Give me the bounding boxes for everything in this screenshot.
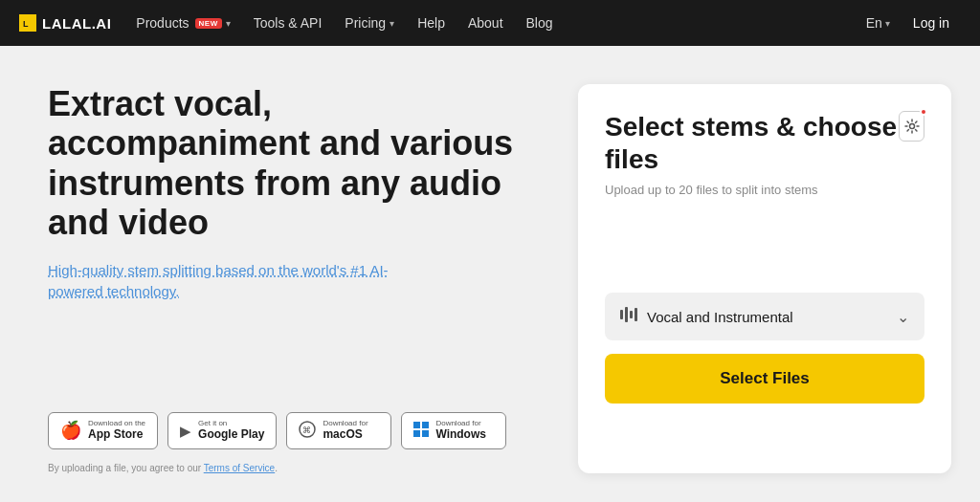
logo-text: LALAL.AI <box>42 15 111 32</box>
nav-pricing-label: Pricing <box>345 15 386 31</box>
svg-text:⌘: ⌘ <box>302 426 311 435</box>
nav-products-badge: NEW <box>195 18 222 29</box>
google-play-small: Get it on <box>198 419 264 428</box>
svg-point-8 <box>909 124 914 129</box>
nav-products-label: Products <box>136 15 189 31</box>
hero-subtitle: High-quality stem splitting based on the… <box>48 260 402 303</box>
nav-blog-label: Blog <box>526 15 553 31</box>
terms-text: By uploading a file, you agree to our Te… <box>48 463 540 473</box>
nav-about-label: About <box>468 15 503 31</box>
navbar: L LALAL.AI Products NEW ▾ Tools & API Pr… <box>0 0 980 46</box>
stem-label: Vocal and Instrumental <box>647 309 793 325</box>
windows-button[interactable]: Download for Windows <box>401 412 506 449</box>
svg-rect-4 <box>413 422 420 428</box>
language-label: En <box>866 15 882 31</box>
macos-button[interactable]: ⌘ Download for macOS <box>286 412 391 449</box>
svg-rect-12 <box>635 308 637 321</box>
nav-help[interactable]: Help <box>408 10 455 36</box>
app-store-button[interactable]: 🍎 Download on the App Store <box>48 412 158 449</box>
logo[interactable]: L LALAL.AI <box>19 14 111 32</box>
macos-text: Download for macOS <box>323 419 368 443</box>
svg-rect-9 <box>620 310 623 319</box>
dropdown-chevron-icon: ⌄ <box>897 308 909 326</box>
windows-text: Download for Windows <box>435 419 486 443</box>
right-panel: Select stems & choose files Upload up to… <box>578 84 951 473</box>
google-play-button[interactable]: ▶ Get it on Google Play <box>167 412 277 449</box>
panel-subtitle: Upload up to 20 files to split into stem… <box>605 183 924 197</box>
google-play-icon: ▶ <box>180 424 191 438</box>
chevron-down-icon-2: ▾ <box>390 18 394 29</box>
panel-title: Select stems & choose files <box>605 111 899 175</box>
app-store-small: Download on the <box>88 419 145 428</box>
windows-icon <box>413 422 429 440</box>
stem-icon <box>620 306 639 327</box>
login-button[interactable]: Log in <box>902 10 961 36</box>
nav-pricing[interactable]: Pricing ▾ <box>335 10 404 36</box>
notification-dot <box>920 108 927 116</box>
language-selector[interactable]: En ▾ <box>858 10 898 36</box>
settings-button[interactable] <box>899 111 924 142</box>
windows-name: Windows <box>435 427 486 443</box>
svg-text:L: L <box>23 19 29 29</box>
terms-link[interactable]: Terms of Service <box>204 463 275 473</box>
nav-tools[interactable]: Tools & API <box>244 10 332 36</box>
hero-title: Extract vocal, accompaniment and various… <box>48 84 540 243</box>
left-panel: Extract vocal, accompaniment and various… <box>48 84 540 473</box>
chevron-down-icon: ▾ <box>226 18 231 29</box>
nav-tools-label: Tools & API <box>254 15 323 31</box>
stem-dropdown-left: Vocal and Instrumental <box>620 306 793 327</box>
google-play-text: Get it on Google Play <box>198 419 264 443</box>
macos-small: Download for <box>323 419 368 428</box>
nav-blog[interactable]: Blog <box>517 10 563 36</box>
download-buttons: 🍎 Download on the App Store ▶ Get it on … <box>48 412 540 449</box>
windows-small: Download for <box>435 419 486 428</box>
macos-icon: ⌘ <box>299 421 316 440</box>
select-files-button[interactable]: Select Files <box>605 354 924 404</box>
panel-header: Select stems & choose files <box>605 111 924 175</box>
app-store-name: App Store <box>88 427 145 443</box>
svg-rect-10 <box>625 307 628 322</box>
svg-rect-11 <box>630 311 633 318</box>
lang-chevron-icon: ▾ <box>885 18 890 29</box>
svg-rect-7 <box>422 430 429 437</box>
app-store-text: Download on the App Store <box>88 419 145 443</box>
macos-name: macOS <box>323 427 368 443</box>
main-content: Extract vocal, accompaniment and various… <box>0 46 980 502</box>
nav-about[interactable]: About <box>458 10 513 36</box>
nav-help-label: Help <box>417 15 445 31</box>
stem-dropdown[interactable]: Vocal and Instrumental ⌄ <box>605 293 924 340</box>
svg-rect-5 <box>422 422 429 428</box>
nav-products[interactable]: Products NEW ▾ <box>126 10 239 36</box>
google-play-name: Google Play <box>198 427 264 443</box>
gear-icon <box>904 119 920 134</box>
logo-icon: L <box>19 14 36 32</box>
apple-icon: 🍎 <box>60 422 81 439</box>
svg-rect-6 <box>413 430 420 437</box>
